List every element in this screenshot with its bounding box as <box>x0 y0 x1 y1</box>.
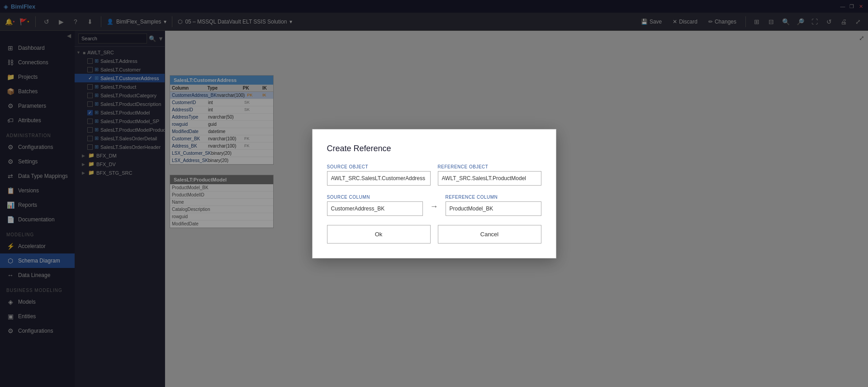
modal-reference-object-field: REFERENCE OBJECT <box>438 164 541 186</box>
modal-buttons: Ok Cancel <box>327 225 541 244</box>
modal-source-column-input[interactable] <box>327 201 423 216</box>
modal-dialog: Create Reference SOURCE OBJECT REFERENCE… <box>312 129 556 258</box>
modal-cancel-button[interactable]: Cancel <box>438 225 541 244</box>
modal-ok-button[interactable]: Ok <box>327 225 431 244</box>
modal-arrow-icon: → <box>430 195 438 216</box>
modal-reference-object-input[interactable] <box>438 171 541 186</box>
modal-source-column-field: SOURCE COLUMN <box>327 195 423 216</box>
modal-reference-object-label: REFERENCE OBJECT <box>438 164 541 169</box>
modal-reference-column-label: REFERENCE COLUMN <box>446 195 541 200</box>
modal-source-object-field: SOURCE OBJECT <box>327 164 431 186</box>
modal-source-column-label: SOURCE COLUMN <box>327 195 423 200</box>
modal-title: Create Reference <box>327 144 541 153</box>
modal-source-object-input[interactable] <box>327 171 431 186</box>
modal-source-object-label: SOURCE OBJECT <box>327 164 431 169</box>
modal-reference-column-input[interactable] <box>446 201 541 216</box>
modal-object-row: SOURCE OBJECT REFERENCE OBJECT <box>327 164 541 186</box>
modal-overlay: Create Reference SOURCE OBJECT REFERENCE… <box>0 0 868 387</box>
modal-reference-column-field: REFERENCE COLUMN <box>446 195 541 216</box>
modal-column-row: SOURCE COLUMN → REFERENCE COLUMN <box>327 195 541 216</box>
